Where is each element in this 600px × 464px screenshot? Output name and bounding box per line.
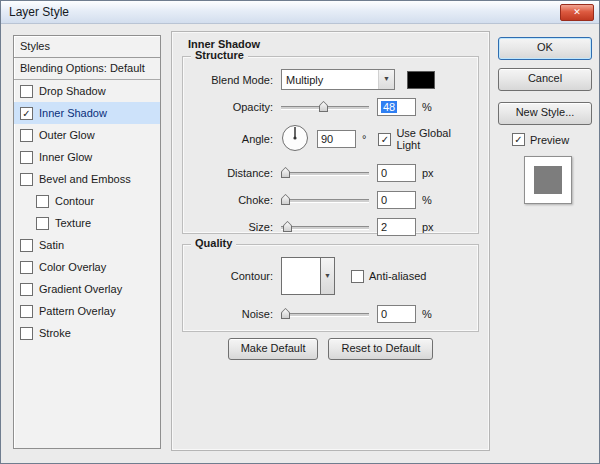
choke-slider[interactable] (281, 193, 369, 207)
contour-picker[interactable]: ▼ (281, 257, 335, 295)
default-buttons-row: Make Default Reset to Default (172, 338, 489, 360)
contour-label: Contour: (193, 270, 273, 282)
sidebar-item-stroke[interactable]: Stroke (14, 322, 160, 344)
distance-label: Distance: (193, 167, 273, 179)
size-slider-thumb[interactable] (283, 221, 292, 232)
style-checkbox[interactable] (20, 85, 33, 98)
blend-mode-row: Blend Mode: Multiply ▼ (193, 69, 468, 90)
distance-row: Distance: 0 px (193, 164, 468, 182)
blend-mode-value: Multiply (282, 74, 378, 86)
chevron-down-icon[interactable]: ▼ (321, 257, 335, 295)
sidebar-item-label: Contour (55, 195, 94, 207)
sidebar-item-drop-shadow[interactable]: Drop Shadow (14, 80, 160, 102)
distance-slider[interactable] (281, 166, 369, 180)
opacity-unit: % (422, 101, 432, 113)
sidebar-item-bevel-and-emboss[interactable]: Bevel and Emboss (14, 168, 160, 190)
size-input[interactable]: 2 (377, 218, 416, 236)
anti-aliased-label: Anti-aliased (369, 270, 426, 282)
preview-checkbox[interactable] (512, 133, 525, 146)
style-checkbox[interactable] (20, 239, 33, 252)
use-global-light-checkbox[interactable] (378, 133, 391, 146)
sidebar-item-texture[interactable]: Texture (14, 212, 160, 234)
sidebar-item-color-overlay[interactable]: Color Overlay (14, 256, 160, 278)
reset-to-default-button[interactable]: Reset to Default (328, 338, 433, 360)
distance-slider-thumb[interactable] (281, 167, 290, 178)
sidebar-item-gradient-overlay[interactable]: Gradient Overlay (14, 278, 160, 300)
blend-mode-select[interactable]: Multiply ▼ (281, 69, 395, 90)
noise-slider-thumb[interactable] (281, 308, 290, 319)
preview-thumbnail (524, 156, 572, 204)
dialog-actions: OK Cancel New Style... Preview (498, 37, 592, 204)
style-checkbox[interactable] (36, 217, 49, 230)
noise-slider[interactable] (281, 307, 369, 321)
choke-unit: % (422, 194, 432, 206)
opacity-slider[interactable] (281, 100, 369, 114)
sidebar-item-inner-shadow[interactable]: Inner Shadow (14, 102, 160, 124)
contour-row: Contour: ▼ Anti-aliased (193, 257, 468, 295)
sidebar-item-blending-options[interactable]: Blending Options: Default (14, 58, 160, 80)
sidebar-item-outer-glow[interactable]: Outer Glow (14, 124, 160, 146)
noise-input[interactable]: 0 (377, 305, 416, 323)
choke-slider-thumb[interactable] (281, 194, 290, 205)
styles-list-header: Styles (14, 36, 160, 58)
sidebar-item-inner-glow[interactable]: Inner Glow (14, 146, 160, 168)
style-checkbox[interactable] (36, 195, 49, 208)
angle-unit: ° (362, 133, 366, 145)
chevron-down-icon: ▼ (378, 70, 394, 89)
style-checkbox[interactable] (20, 261, 33, 274)
anti-aliased-group: Anti-aliased (351, 270, 426, 283)
sidebar-item-label: Texture (55, 217, 91, 229)
angle-label: Angle: (193, 133, 273, 145)
new-style-button[interactable]: New Style... (498, 102, 592, 125)
style-checkbox[interactable] (20, 173, 33, 186)
sidebar-item-label: Pattern Overlay (39, 305, 115, 317)
style-checkbox[interactable] (20, 107, 33, 120)
blend-mode-label: Blend Mode: (193, 74, 273, 86)
sidebar-item-label: Bevel and Emboss (39, 173, 131, 185)
use-global-light-label: Use Global Light (396, 127, 468, 151)
angle-input[interactable]: 90 (317, 130, 356, 148)
style-checkbox[interactable] (20, 305, 33, 318)
sidebar-item-contour[interactable]: Contour (14, 190, 160, 212)
style-checkbox[interactable] (20, 327, 33, 340)
quality-group-title: Quality (191, 237, 236, 249)
styles-list-items: Drop ShadowInner ShadowOuter GlowInner G… (14, 80, 160, 344)
anti-aliased-checkbox[interactable] (351, 270, 364, 283)
contour-thumbnail[interactable] (281, 257, 321, 295)
angle-row: Angle: 90 ° Use Global Light (193, 124, 468, 154)
shadow-color-swatch[interactable] (407, 71, 435, 89)
distance-input[interactable]: 0 (377, 164, 416, 182)
opacity-label: Opacity: (193, 101, 273, 113)
sidebar-item-label: Drop Shadow (39, 85, 106, 97)
sidebar-item-label: Outer Glow (39, 129, 95, 141)
choke-input[interactable]: 0 (377, 191, 416, 209)
noise-label: Noise: (193, 308, 273, 320)
sidebar-item-satin[interactable]: Satin (14, 234, 160, 256)
cancel-button[interactable]: Cancel (498, 68, 592, 91)
size-label: Size: (193, 221, 273, 233)
preview-group: Preview (512, 133, 592, 146)
opacity-row: Opacity: 48 % (193, 98, 468, 116)
make-default-button[interactable]: Make Default (228, 338, 319, 360)
opacity-slider-thumb[interactable] (319, 101, 328, 112)
structure-group-title: Structure (191, 49, 248, 61)
style-checkbox[interactable] (20, 129, 33, 142)
style-checkbox[interactable] (20, 151, 33, 164)
noise-unit: % (422, 308, 432, 320)
sidebar-item-label: Inner Shadow (39, 107, 107, 119)
noise-row: Noise: 0 % (193, 305, 468, 323)
sidebar-item-label: Gradient Overlay (39, 283, 122, 295)
styles-list: Styles Blending Options: Default Drop Sh… (13, 35, 161, 449)
opacity-input[interactable]: 48 (377, 98, 416, 116)
ok-button[interactable]: OK (498, 37, 592, 60)
angle-dial[interactable] (281, 124, 309, 154)
sidebar-item-label: Color Overlay (39, 261, 106, 273)
use-global-light-group: Use Global Light (378, 127, 468, 151)
titlebar[interactable]: Layer Style ✕ (1, 1, 599, 24)
sidebar-item-pattern-overlay[interactable]: Pattern Overlay (14, 300, 160, 322)
close-icon[interactable]: ✕ (560, 4, 594, 21)
sidebar-item-label: Satin (39, 239, 64, 251)
size-row: Size: 2 px (193, 218, 468, 236)
style-checkbox[interactable] (20, 283, 33, 296)
size-slider[interactable] (281, 220, 369, 234)
